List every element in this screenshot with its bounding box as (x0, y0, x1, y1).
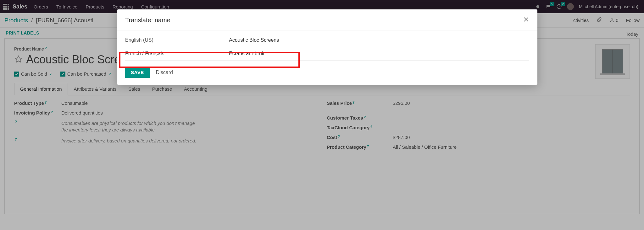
discard-button[interactable]: Discard (156, 70, 173, 75)
translation-lang: French / Français (125, 51, 229, 56)
modal-title: Translate: name (125, 17, 170, 24)
close-icon[interactable] (523, 16, 529, 24)
translation-row-fr: French / Français Écrans ant-bruit (125, 47, 529, 61)
save-button[interactable]: SAVE (125, 67, 150, 78)
translation-row-en: English (US) Acoustic Bloc Screens (125, 34, 529, 47)
translation-lang: English (US) (125, 37, 229, 43)
translation-value-en[interactable]: Acoustic Bloc Screens (229, 37, 529, 44)
translate-modal: Translate: name English (US) Acoustic Bl… (117, 9, 537, 85)
translation-value-fr[interactable]: Écrans ant-bruit (229, 50, 529, 57)
